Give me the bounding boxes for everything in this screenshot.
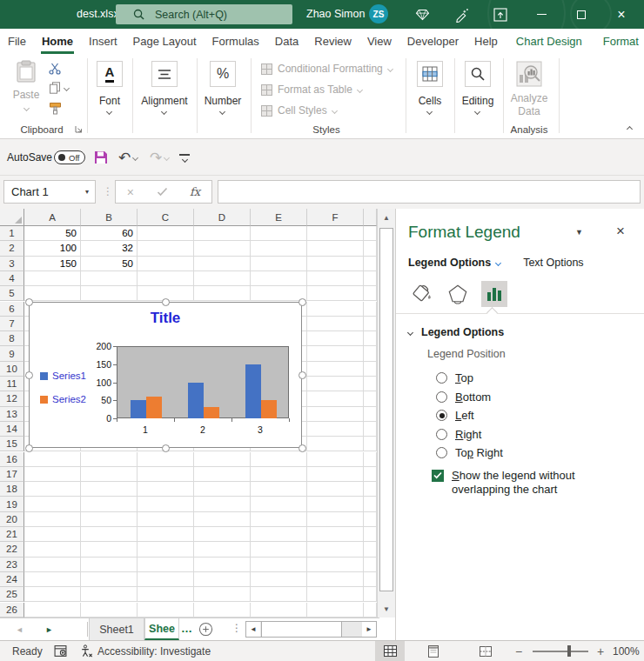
new-sheet-button[interactable]	[198, 622, 213, 640]
cell[interactable]	[307, 527, 364, 542]
tab-developer[interactable]: Developer	[399, 29, 466, 54]
sheet-tab-sheet1[interactable]: Sheet1	[89, 618, 144, 640]
row-header-6[interactable]: 6	[0, 302, 24, 317]
row-header-8[interactable]: 8	[0, 331, 24, 346]
row-header-1[interactable]: 1	[0, 226, 24, 241]
minimize-button[interactable]	[527, 0, 556, 29]
format-painter-button[interactable]	[49, 102, 62, 115]
cell[interactable]	[24, 542, 81, 557]
tab-format[interactable]: Format	[593, 29, 644, 54]
cell[interactable]	[307, 346, 364, 361]
cell[interactable]	[138, 587, 194, 602]
cell[interactable]	[194, 467, 251, 482]
bar-series1-cat2[interactable]	[188, 383, 204, 419]
row-header-22[interactable]: 22	[0, 542, 24, 557]
scroll-up-icon[interactable]: ▲	[379, 210, 393, 224]
chart-selection-handle[interactable]	[25, 444, 33, 452]
legend-entry-series2[interactable]: Series2	[40, 394, 86, 404]
column-header-A[interactable]: A	[24, 209, 81, 226]
tab-formulas[interactable]: Formulas	[205, 29, 267, 54]
chart-selection-handle[interactable]	[162, 298, 170, 306]
radio-unselected-icon[interactable]	[436, 391, 447, 403]
show-legend-checkbox-row[interactable]: Show the legend without overlapping the …	[432, 469, 632, 497]
sheet-nav-prev-icon[interactable]: ◄	[16, 618, 23, 640]
column-header-D[interactable]: D	[194, 209, 251, 226]
cell[interactable]	[251, 542, 307, 557]
tab-chart-design[interactable]: Chart Design	[506, 29, 593, 54]
tab-insert[interactable]: Insert	[81, 29, 125, 54]
sheet-bar-grip-icon[interactable]: ⋮	[231, 622, 242, 634]
row-header-19[interactable]: 19	[0, 497, 24, 511]
row-header-9[interactable]: 9	[0, 346, 24, 361]
cell[interactable]	[251, 271, 307, 286]
cell[interactable]	[307, 391, 364, 406]
row-header-7[interactable]: 7	[0, 317, 24, 331]
tab-text-options[interactable]: Text Options	[523, 257, 583, 269]
cell[interactable]	[364, 317, 377, 331]
formula-bar-grip-icon[interactable]: ⋮	[103, 185, 113, 197]
cell[interactable]	[364, 362, 377, 377]
cell[interactable]	[81, 467, 138, 482]
formula-input[interactable]	[218, 180, 641, 204]
cell[interactable]	[81, 271, 138, 286]
cell[interactable]	[194, 527, 251, 542]
pane-menu-arrow-icon[interactable]: ▼	[575, 228, 583, 237]
cell[interactable]	[307, 271, 364, 286]
vertical-scrollbar[interactable]: ▲ ▼	[377, 209, 395, 618]
cell[interactable]	[194, 482, 251, 497]
alignment-dropdown-chevron-icon[interactable]	[161, 109, 167, 115]
accessibility-status[interactable]: Accessibility: Investigate	[80, 641, 211, 661]
row-header-20[interactable]: 20	[0, 512, 24, 527]
cell[interactable]	[364, 226, 377, 241]
cell[interactable]	[194, 497, 251, 511]
chart-selection-handle[interactable]	[25, 298, 33, 306]
tab-data[interactable]: Data	[267, 29, 306, 54]
editing-button-icon-box[interactable]	[465, 61, 491, 87]
view-normal-button[interactable]	[375, 641, 405, 661]
cell[interactable]	[81, 603, 138, 618]
tab-help[interactable]: Help	[466, 29, 506, 54]
tab-review[interactable]: Review	[306, 29, 359, 54]
row-header-14[interactable]: 14	[0, 422, 24, 437]
paste-dropdown-chevron-icon[interactable]	[23, 105, 29, 111]
cell[interactable]	[364, 572, 377, 587]
cell[interactable]	[307, 362, 364, 377]
styles-item-format-as-table[interactable]: Format as Table	[261, 83, 362, 96]
zoom-in-button[interactable]: +	[597, 641, 604, 661]
avatar[interactable]: ZS	[369, 4, 388, 23]
radio-unselected-icon[interactable]	[436, 447, 447, 458]
cell[interactable]	[364, 452, 377, 467]
horizontal-scrollbar-thumb[interactable]	[261, 622, 342, 637]
cell[interactable]	[81, 587, 138, 602]
cell[interactable]	[307, 241, 364, 256]
cell[interactable]	[251, 512, 307, 527]
cell[interactable]	[307, 317, 364, 331]
row-header-24[interactable]: 24	[0, 572, 24, 587]
row-header-21[interactable]: 21	[0, 527, 24, 542]
cell[interactable]	[307, 437, 364, 451]
chart-title[interactable]: Title	[30, 310, 301, 327]
radio-bottom[interactable]: Bottom	[436, 388, 632, 407]
font-dropdown-chevron-icon[interactable]	[106, 109, 112, 115]
column-header-B[interactable]: B	[81, 209, 138, 226]
cell[interactable]	[138, 527, 194, 542]
editing-dropdown-chevron-icon[interactable]	[474, 109, 480, 115]
cell[interactable]	[138, 572, 194, 587]
cell[interactable]	[251, 527, 307, 542]
font-button-icon-box[interactable]: A	[97, 61, 123, 87]
scroll-left-icon[interactable]: ◄	[246, 622, 260, 637]
tab-view[interactable]: View	[359, 29, 399, 54]
cell[interactable]	[138, 542, 194, 557]
row-header-18[interactable]: 18	[0, 482, 24, 497]
cell[interactable]	[251, 603, 307, 618]
cell[interactable]: 50	[24, 226, 81, 241]
insert-function-button[interactable]: fx	[190, 185, 200, 198]
cell[interactable]	[364, 241, 377, 256]
feedback-pen-icon[interactable]	[453, 7, 469, 23]
cell[interactable]	[251, 452, 307, 467]
styles-item-cell-styles[interactable]: Cell Styles	[261, 104, 337, 117]
cell[interactable]	[24, 482, 81, 497]
pane-close-icon[interactable]: ×	[616, 223, 625, 240]
cell[interactable]	[307, 286, 364, 301]
cell[interactable]	[81, 482, 138, 497]
